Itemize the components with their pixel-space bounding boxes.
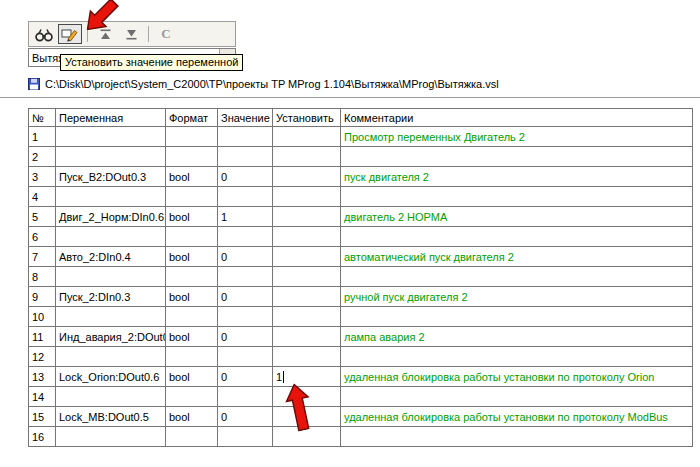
cell-comment[interactable]: Просмотр переменных Двигатель 2	[341, 127, 693, 147]
cell-num[interactable]: 10	[29, 307, 56, 327]
cell-set[interactable]	[273, 267, 341, 287]
cell-format[interactable]	[166, 307, 218, 327]
cell-format[interactable]	[166, 147, 218, 167]
cell-value[interactable]	[218, 187, 273, 207]
cell-comment[interactable]	[341, 427, 693, 447]
cell-value[interactable]: 1	[218, 207, 273, 227]
cell-variable[interactable]: Lock_MB:DOut0.5	[56, 407, 166, 427]
cell-comment[interactable]	[341, 227, 693, 247]
cell-num[interactable]: 4	[29, 187, 56, 207]
cell-variable[interactable]	[56, 307, 166, 327]
cell-value[interactable]	[218, 267, 273, 287]
cell-comment[interactable]: ручной пуск двигателя 2	[341, 287, 693, 307]
cell-format[interactable]: bool	[166, 247, 218, 267]
cell-set[interactable]	[273, 227, 341, 247]
cell-comment[interactable]	[341, 187, 693, 207]
cell-variable[interactable]	[56, 427, 166, 447]
cell-num[interactable]: 16	[29, 427, 56, 447]
cell-variable[interactable]: Двиг_2_Норм:DIn0.6	[56, 207, 166, 227]
cell-comment[interactable]	[341, 347, 693, 367]
cell-value[interactable]: 0	[218, 367, 273, 387]
cell-value[interactable]	[218, 307, 273, 327]
cell-value[interactable]: 0	[218, 327, 273, 347]
cell-set[interactable]	[273, 307, 341, 327]
cell-format[interactable]: bool	[166, 287, 218, 307]
table-row: 9Пуск_2:DIn0.3bool0ручной пуск двигателя…	[29, 287, 693, 307]
cell-set[interactable]	[273, 327, 341, 347]
cell-set[interactable]	[273, 247, 341, 267]
cell-format[interactable]: bool	[166, 327, 218, 347]
cell-comment[interactable]	[341, 387, 693, 407]
cell-value[interactable]	[218, 127, 273, 147]
cell-num[interactable]: 6	[29, 227, 56, 247]
cell-set[interactable]	[273, 167, 341, 187]
cell-value[interactable]: 0	[218, 247, 273, 267]
cell-value[interactable]	[218, 347, 273, 367]
cell-format[interactable]	[166, 387, 218, 407]
cell-value[interactable]	[218, 147, 273, 167]
cell-value[interactable]	[218, 427, 273, 447]
cell-num[interactable]: 8	[29, 267, 56, 287]
cell-comment[interactable]	[341, 307, 693, 327]
cell-format[interactable]	[166, 187, 218, 207]
cell-num[interactable]: 7	[29, 247, 56, 267]
cell-format[interactable]: bool	[166, 367, 218, 387]
cell-comment[interactable]: автоматический пуск двигателя 2	[341, 247, 693, 267]
cell-variable[interactable]	[56, 227, 166, 247]
cell-set[interactable]	[273, 127, 341, 147]
cell-variable[interactable]	[56, 147, 166, 167]
cell-num[interactable]: 13	[29, 367, 56, 387]
cell-comment[interactable]: удаленная блокировка работы установки по…	[341, 407, 693, 427]
cell-format[interactable]	[166, 267, 218, 287]
cell-set[interactable]	[273, 287, 341, 307]
cell-value[interactable]: 0	[218, 167, 273, 187]
cell-variable[interactable]: Авто_2:DIn0.4	[56, 247, 166, 267]
cell-comment[interactable]: лампа авария 2	[341, 327, 693, 347]
cell-variable[interactable]: Lock_Orion:DOut0.6	[56, 367, 166, 387]
cell-comment[interactable]: пуск двигателя 2	[341, 167, 693, 187]
save-icon[interactable]	[28, 78, 40, 90]
cell-format[interactable]	[166, 227, 218, 247]
cell-variable[interactable]	[56, 387, 166, 407]
cell-comment[interactable]	[341, 147, 693, 167]
cell-format[interactable]: bool	[166, 407, 218, 427]
cell-format[interactable]: bool	[166, 167, 218, 187]
cell-set[interactable]	[273, 347, 341, 367]
table-row: 6	[29, 227, 693, 247]
cell-num[interactable]: 3	[29, 167, 56, 187]
cell-value[interactable]	[218, 387, 273, 407]
move-bottom-button[interactable]	[119, 24, 143, 44]
cell-value[interactable]	[218, 227, 273, 247]
cell-num[interactable]: 2	[29, 147, 56, 167]
cell-num[interactable]: 15	[29, 407, 56, 427]
cell-num[interactable]: 9	[29, 287, 56, 307]
cell-set[interactable]	[273, 187, 341, 207]
cell-value[interactable]: 0	[218, 287, 273, 307]
cell-set[interactable]	[273, 207, 341, 227]
cell-format[interactable]	[166, 427, 218, 447]
cell-num[interactable]: 5	[29, 207, 56, 227]
cell-variable[interactable]: Пуск_2:DIn0.3	[56, 287, 166, 307]
cell-variable[interactable]	[56, 187, 166, 207]
cell-format[interactable]	[166, 347, 218, 367]
cell-variable[interactable]	[56, 347, 166, 367]
set-variable-value-button[interactable]	[58, 24, 82, 44]
cell-variable[interactable]: Пуск_B2:DOut0.3	[56, 167, 166, 187]
cell-variable[interactable]: Инд_авария_2:DOut0.4	[56, 327, 166, 347]
refresh-button[interactable]: C	[154, 24, 178, 44]
cell-comment[interactable]: двигатель 2 НОРМА	[341, 207, 693, 227]
cell-format[interactable]	[166, 127, 218, 147]
cell-variable[interactable]	[56, 127, 166, 147]
cell-variable[interactable]	[56, 267, 166, 287]
cell-num[interactable]: 12	[29, 347, 56, 367]
cell-num[interactable]: 1	[29, 127, 56, 147]
cell-set[interactable]	[273, 147, 341, 167]
cell-num[interactable]: 14	[29, 387, 56, 407]
watch-variables-button[interactable]	[32, 24, 56, 44]
cell-value[interactable]: 0	[218, 407, 273, 427]
cell-format[interactable]: bool	[166, 207, 218, 227]
cell-comment[interactable]: удаленная блокировка работы установки по…	[341, 367, 693, 387]
watch-table-body: 1Просмотр переменных Двигатель 223Пуск_B…	[29, 127, 693, 447]
cell-comment[interactable]	[341, 267, 693, 287]
cell-num[interactable]: 11	[29, 327, 56, 347]
